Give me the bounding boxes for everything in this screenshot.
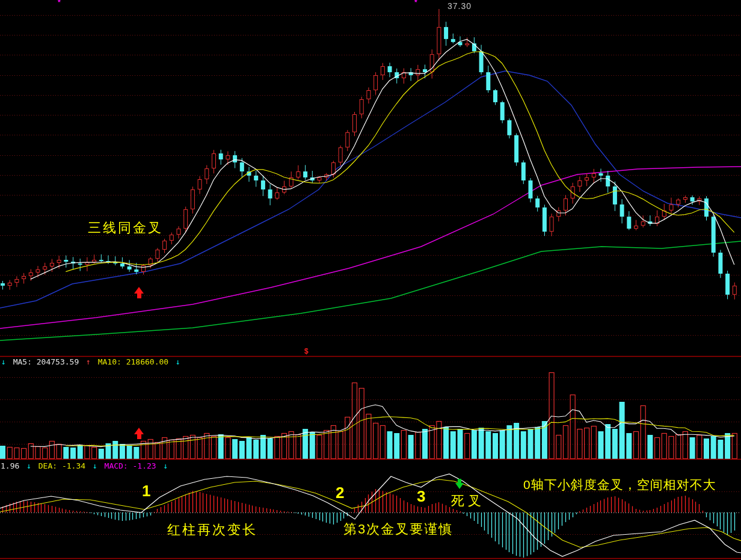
up-arrow-icon: ↑ <box>86 357 91 366</box>
down-arrow-icon: ↓ <box>163 461 168 470</box>
macd-value: MACD: -1.23 <box>105 461 156 470</box>
macd-indicator-header: 1.96 ↓ DEA: -1.34 ↓ MACD: -1.23 ↓ <box>1 461 170 471</box>
annotation-golden-cross-2: 2 <box>336 485 344 500</box>
stock-chart-window: 37.30 三线同金叉 * * $ ↓ MA5: 204753.59 ↑ MA1… <box>0 0 741 560</box>
arrow-stem <box>137 294 141 298</box>
peak-price-label: 37.30 <box>447 1 472 11</box>
dif-value: 1.96 <box>1 461 19 470</box>
arrow-head <box>134 287 144 294</box>
down-arrow-icon: ↓ <box>1 357 6 366</box>
volume-ma5-value: MA5: 204753.59 <box>13 357 79 366</box>
down-arrow-icon: ↓ <box>93 461 97 470</box>
annotation-golden-cross-1: 1 <box>142 483 150 499</box>
event-marker-icon: $ <box>304 347 309 355</box>
annotation-below-zero-note: 0轴下小斜度金叉，空间相对不大 <box>523 478 716 491</box>
volume-indicator-header: ↓ MA5: 204753.59 ↑ MA10: 218660.00 ↓ <box>1 357 183 367</box>
down-arrow-icon: ↓ <box>26 461 31 470</box>
down-arrow-icon: ↓ <box>176 357 180 366</box>
annotation-red-bars-longer: 红柱再次变长 <box>167 523 257 537</box>
arrow-head <box>134 428 144 434</box>
annotation-three-line-golden-cross: 三线同金叉 <box>88 221 163 235</box>
annotation-golden-cross-3: 3 <box>417 488 425 504</box>
arrow-head <box>455 483 464 489</box>
buy-signal-arrow-icon <box>134 287 144 299</box>
annotation-death-cross: 死叉 <box>451 494 485 508</box>
arrow-stem <box>137 434 141 439</box>
exdividend-marker-icon: * <box>414 0 417 7</box>
annotation-third-cross-caution: 第3次金叉要谨慎 <box>343 523 453 536</box>
exdividend-marker-icon: * <box>58 0 61 7</box>
volume-ma10-value: MA10: 218660.00 <box>98 357 168 366</box>
arrow-stem <box>458 479 461 483</box>
kline-chart-canvas[interactable] <box>0 0 741 560</box>
dea-value: DEA: -1.34 <box>38 461 85 470</box>
death-cross-arrow-icon <box>455 479 464 489</box>
buy-signal-arrow-icon <box>134 428 144 440</box>
